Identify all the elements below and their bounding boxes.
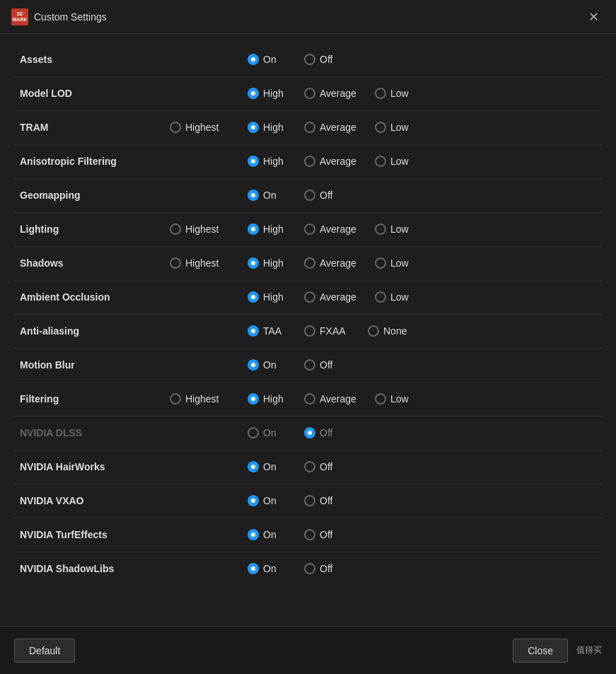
radio-circle	[248, 461, 259, 472]
radio-option-highest[interactable]: Highest	[170, 257, 248, 269]
radio-option-on[interactable]: On	[248, 190, 304, 201]
radio-label: High	[263, 223, 284, 235]
setting-name: Lighting	[17, 223, 64, 235]
radio-option-high[interactable]: High	[248, 291, 304, 303]
radio-circle	[248, 122, 259, 133]
radio-label: Average	[320, 257, 356, 269]
radio-option-off[interactable]: Off	[304, 359, 361, 371]
radio-circle	[304, 88, 315, 99]
radio-option-average[interactable]: Average	[304, 88, 375, 99]
radio-label: Low	[390, 393, 409, 405]
radio-option-high[interactable]: High	[248, 257, 304, 269]
radio-option-on[interactable]: On	[248, 54, 304, 65]
setting-name: Shadows	[17, 257, 69, 269]
setting-name: Filtering	[17, 393, 64, 405]
radio-option-average[interactable]: Average	[304, 291, 375, 303]
radio-option-highest[interactable]: Highest	[170, 393, 248, 405]
radio-label: Off	[320, 359, 332, 371]
radio-circle	[375, 257, 386, 269]
radio-option-high[interactable]: High	[248, 393, 304, 405]
radio-option-low[interactable]: Low	[375, 393, 424, 405]
table-row: Motion BlurOnOff	[14, 348, 602, 382]
table-row: NVIDIA DLSSOnOff	[14, 416, 602, 450]
radio-option-on[interactable]: On	[248, 461, 304, 472]
radio-option-high[interactable]: High	[248, 88, 304, 99]
radio-label: Highest	[185, 257, 219, 269]
radio-label: High	[263, 291, 284, 303]
radio-option-highest[interactable]: Highest	[170, 223, 248, 235]
footer: Default Close 值得买	[0, 626, 616, 674]
radio-option-taa[interactable]: TAA	[248, 325, 304, 337]
default-button[interactable]: Default	[14, 639, 75, 663]
radio-label: Low	[390, 291, 409, 303]
radio-option-low[interactable]: Low	[375, 156, 424, 167]
table-row: NVIDIA VXAOOnOff	[14, 484, 602, 518]
radio-option-on[interactable]: On	[248, 529, 304, 540]
title-bar-left: 3DMARK Custom Settings	[11, 8, 107, 25]
radio-option-on[interactable]: On	[248, 427, 304, 438]
table-row: NVIDIA HairWorksOnOff	[14, 450, 602, 484]
radio-label: TAA	[263, 325, 281, 337]
radio-option-low[interactable]: Low	[375, 223, 424, 235]
radio-option-fxaa[interactable]: FXAA	[304, 325, 368, 337]
app-icon: 3DMARK	[11, 8, 28, 25]
radio-option-average[interactable]: Average	[304, 156, 375, 167]
watermark: 值得买	[576, 644, 602, 656]
radio-option-high[interactable]: High	[248, 156, 304, 167]
radio-label: Average	[320, 223, 356, 235]
radio-option-low[interactable]: Low	[375, 88, 424, 99]
radio-option-on[interactable]: On	[248, 563, 304, 574]
radio-option-highest[interactable]: Highest	[170, 122, 248, 133]
radio-circle	[304, 461, 315, 472]
radio-label: Off	[320, 427, 332, 438]
radio-label: Low	[390, 223, 409, 235]
radio-option-on[interactable]: On	[248, 359, 304, 371]
radio-circle	[248, 427, 259, 438]
radio-option-high[interactable]: High	[248, 223, 304, 235]
setting-name: Anti-aliasing	[17, 325, 85, 337]
radio-option-off[interactable]: Off	[304, 190, 361, 201]
radio-label: High	[263, 156, 284, 167]
radio-option-low[interactable]: Low	[375, 122, 424, 133]
radio-option-off[interactable]: Off	[304, 495, 361, 506]
radio-circle	[170, 223, 181, 235]
radio-circle	[248, 223, 259, 235]
radio-label: On	[263, 190, 277, 201]
radio-option-off[interactable]: Off	[304, 427, 361, 438]
radio-label: Average	[320, 88, 356, 99]
radio-circle	[248, 393, 259, 405]
radio-option-average[interactable]: Average	[304, 223, 375, 235]
setting-name: Geomapping	[17, 190, 86, 201]
table-row: AssetsOnOff	[14, 42, 602, 76]
settings-table: AssetsOnOffModel LODHighAverageLowTRAMHi…	[14, 42, 602, 586]
radio-option-off[interactable]: Off	[304, 461, 361, 472]
radio-label: On	[263, 359, 277, 371]
radio-option-average[interactable]: Average	[304, 257, 375, 269]
radio-circle	[304, 325, 315, 337]
radio-option-off[interactable]: Off	[304, 563, 361, 574]
radio-circle	[368, 325, 379, 337]
radio-circle	[304, 427, 315, 438]
radio-option-off[interactable]: Off	[304, 54, 361, 65]
setting-name: TRAM	[17, 122, 54, 133]
radio-label: Highest	[185, 122, 219, 133]
setting-name: Model LOD	[17, 88, 78, 99]
radio-option-average[interactable]: Average	[304, 393, 375, 405]
setting-name: Assets	[17, 54, 58, 65]
table-row: ShadowsHighestHighAverageLow	[14, 246, 602, 280]
radio-circle	[248, 88, 259, 99]
radio-label: Off	[320, 54, 332, 65]
radio-label: On	[263, 495, 277, 506]
radio-option-on[interactable]: On	[248, 495, 304, 506]
footer-close-button[interactable]: Close	[513, 639, 568, 663]
radio-option-none[interactable]: None	[368, 325, 418, 337]
radio-option-high[interactable]: High	[248, 122, 304, 133]
radio-option-off[interactable]: Off	[304, 529, 361, 540]
setting-name: NVIDIA VXAO	[17, 495, 90, 506]
table-row: Model LODHighAverageLow	[14, 76, 602, 110]
radio-option-low[interactable]: Low	[375, 291, 424, 303]
radio-circle	[304, 54, 315, 65]
window-close-button[interactable]: ✕	[583, 8, 605, 26]
radio-option-low[interactable]: Low	[375, 257, 424, 269]
radio-option-average[interactable]: Average	[304, 122, 375, 133]
